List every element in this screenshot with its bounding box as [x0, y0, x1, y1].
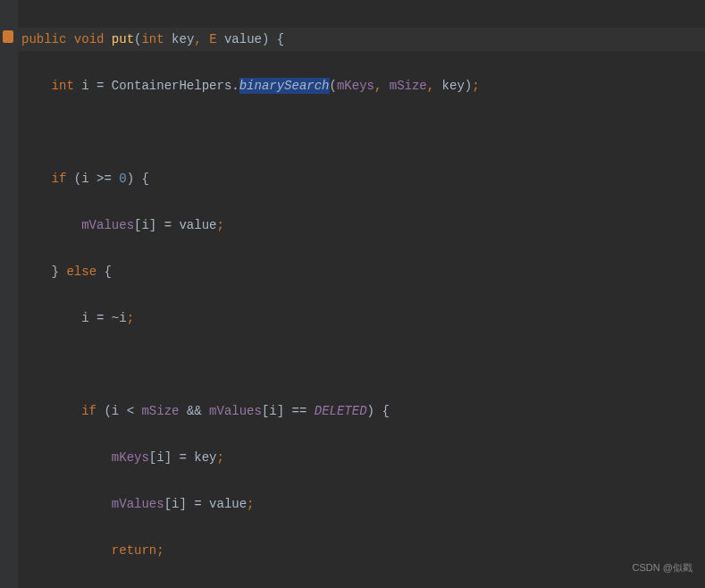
code-line: public void put(int key, E value) {	[18, 28, 705, 51]
keyword: if	[81, 404, 97, 418]
field: mSize	[390, 79, 427, 93]
keyword: if	[52, 172, 67, 186]
keyword: public	[21, 32, 66, 46]
var: i	[119, 311, 126, 325]
code-line: i = ~i;	[18, 307, 705, 330]
var: i	[141, 218, 148, 232]
var: i	[269, 404, 276, 418]
var: key	[194, 450, 216, 465]
var: value	[209, 497, 247, 511]
code-line: int i = ContainerHelpers.binarySearch(mK…	[18, 74, 705, 97]
param: value	[224, 32, 262, 46]
code-line	[18, 121, 705, 144]
var: i	[81, 311, 88, 325]
field: mKeys	[112, 450, 149, 465]
type: E	[209, 32, 216, 46]
keyword: return	[112, 543, 156, 558]
code-line: mValues[i] = value;	[18, 492, 705, 516]
var: i	[81, 79, 88, 93]
keyword: int	[52, 79, 74, 93]
keyword: void	[74, 32, 105, 46]
param: key	[172, 32, 194, 46]
keyword: else	[66, 265, 97, 279]
var: i	[156, 450, 164, 465]
code-line: if (i < mSize && mValues[i] == DELETED) …	[18, 399, 705, 423]
constant: DELETED	[315, 404, 367, 418]
method-name: put	[112, 32, 134, 46]
code-line	[18, 353, 705, 376]
number: 0	[119, 172, 126, 186]
var: key	[442, 79, 465, 93]
gutter-marker-icon[interactable]	[3, 30, 13, 43]
code-line: } else {	[18, 260, 705, 283]
field: mKeys	[337, 79, 374, 93]
code-content: public void put(int key, E value) { int …	[18, 0, 705, 588]
editor-gutter	[0, 0, 18, 588]
watermark-text: CSDN @似戳	[633, 556, 692, 579]
field: mValues	[81, 218, 134, 232]
code-editor[interactable]: public void put(int key, E value) { int …	[18, 0, 705, 588]
code-line: return;	[18, 539, 705, 562]
code-line: if (i >= 0) {	[18, 167, 705, 190]
class-ref: ContainerHelpers	[112, 79, 231, 93]
var: value	[179, 218, 216, 232]
var: i	[112, 404, 119, 418]
method-call-selected: binarySearch	[239, 78, 330, 94]
code-line: mValues[i] = value;	[18, 214, 705, 237]
keyword: int	[141, 32, 164, 46]
var: i	[81, 172, 88, 186]
field: mValues	[112, 497, 164, 511]
field: mSize	[141, 404, 179, 418]
code-line: mKeys[i] = key;	[18, 446, 705, 469]
field: mValues	[209, 404, 262, 418]
